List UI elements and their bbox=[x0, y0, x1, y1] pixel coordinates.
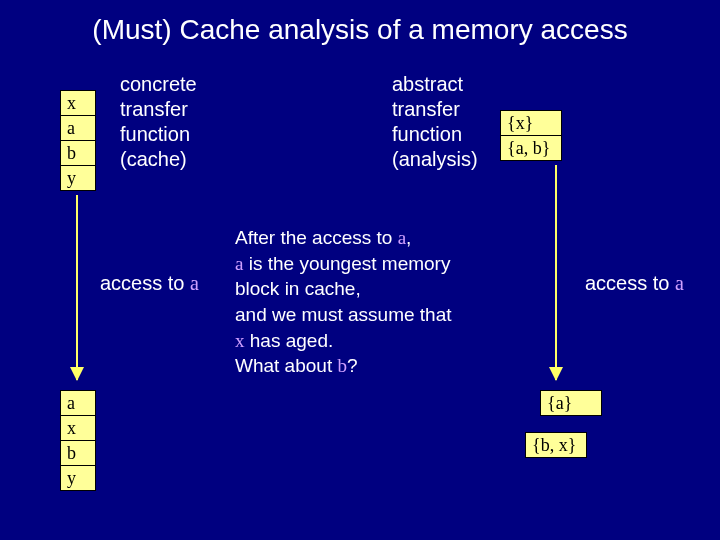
cache-row: x bbox=[61, 91, 95, 116]
explain-line: block in cache, bbox=[235, 276, 550, 302]
t: ? bbox=[347, 355, 358, 376]
access-prefix: access to bbox=[100, 272, 190, 294]
access-var: a bbox=[675, 272, 684, 294]
cache-row: a bbox=[61, 116, 95, 141]
cache-row: {x} bbox=[501, 111, 561, 136]
explain-line: a is the youngest memory bbox=[235, 251, 550, 277]
t: has aged. bbox=[245, 330, 334, 351]
var: x bbox=[235, 330, 245, 351]
label-line: (cache) bbox=[120, 147, 197, 172]
label-line: (analysis) bbox=[392, 147, 478, 172]
label-line: function bbox=[392, 122, 478, 147]
explanation-text: After the access to a, a is the youngest… bbox=[235, 225, 550, 379]
cache-row: y bbox=[61, 166, 95, 190]
explain-line: and we must assume that bbox=[235, 302, 550, 328]
concrete-transfer-label: concrete transfer function (cache) bbox=[120, 72, 197, 172]
label-line: abstract bbox=[392, 72, 478, 97]
concrete-cache-after: a x b y bbox=[60, 390, 96, 491]
label-line: function bbox=[120, 122, 197, 147]
t: After the access to bbox=[235, 227, 398, 248]
t: is the youngest memory bbox=[243, 253, 450, 274]
cache-row: x bbox=[61, 416, 95, 441]
cache-row: y bbox=[61, 466, 95, 490]
arrow-left bbox=[76, 195, 78, 380]
concrete-cache-before: x a b y bbox=[60, 90, 96, 191]
access-label-right: access to a bbox=[585, 272, 684, 295]
explain-line: x has aged. bbox=[235, 328, 550, 354]
abstract-cache-after-2: {b, x} bbox=[525, 432, 587, 458]
access-var: a bbox=[190, 272, 199, 294]
arrow-right bbox=[555, 165, 557, 380]
cache-row: b bbox=[61, 141, 95, 166]
access-prefix: access to bbox=[585, 272, 675, 294]
cache-row: {b, x} bbox=[526, 433, 586, 457]
cache-row: {a} bbox=[541, 391, 601, 415]
label-line: concrete bbox=[120, 72, 197, 97]
abstract-cache-before: {x} {a, b} bbox=[500, 110, 562, 161]
abstract-cache-after: {a} bbox=[540, 390, 602, 416]
label-line: transfer bbox=[392, 97, 478, 122]
slide-title: (Must) Cache analysis of a memory access bbox=[0, 14, 720, 46]
var: b bbox=[337, 355, 347, 376]
t: What about bbox=[235, 355, 337, 376]
abstract-transfer-label: abstract transfer function (analysis) bbox=[392, 72, 478, 172]
explain-line: What about b? bbox=[235, 353, 550, 379]
var: a bbox=[398, 227, 406, 248]
label-line: transfer bbox=[120, 97, 197, 122]
cache-row: {a, b} bbox=[501, 136, 561, 160]
cache-row: b bbox=[61, 441, 95, 466]
cache-row: a bbox=[61, 391, 95, 416]
explain-line: After the access to a, bbox=[235, 225, 550, 251]
access-label-left: access to a bbox=[100, 272, 199, 295]
t: , bbox=[406, 227, 411, 248]
